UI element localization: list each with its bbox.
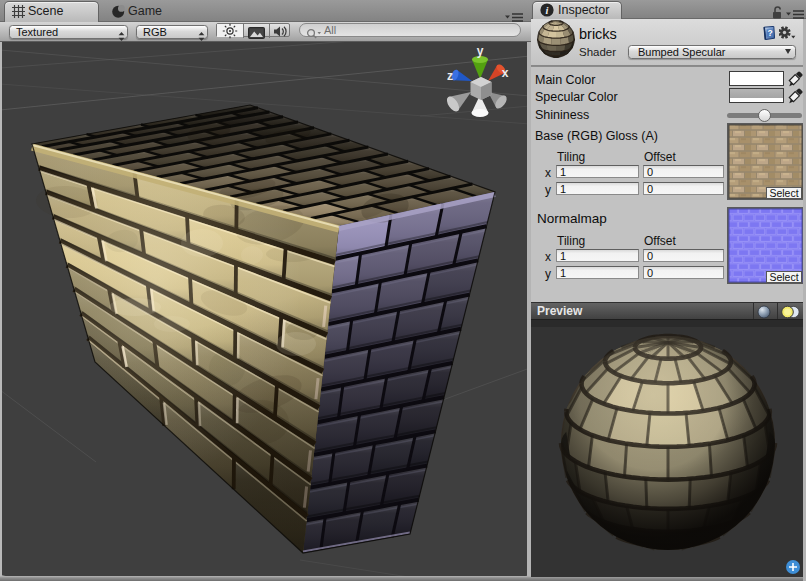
svg-text:y: y [477,44,484,58]
svg-text:z: z [447,69,453,83]
svg-text:?: ? [767,28,772,38]
svg-text:x: x [502,66,509,80]
svg-text:i: i [546,5,549,16]
